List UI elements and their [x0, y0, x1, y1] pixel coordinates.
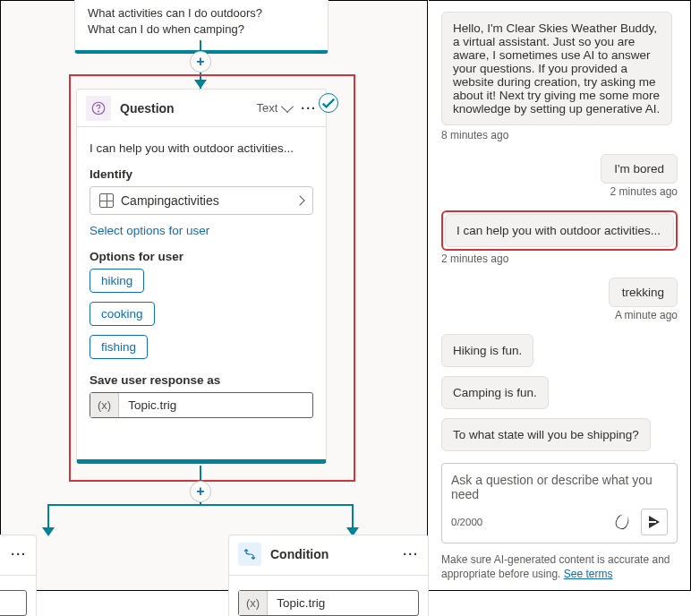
question-node[interactable]: Question Text ··· I can help you with ou… [76, 89, 327, 464]
node-title: tion [0, 547, 2, 561]
select-options-link[interactable]: Select options for user [90, 224, 313, 237]
char-counter: 0/2000 [451, 517, 482, 527]
node-more-menu[interactable]: ··· [403, 547, 419, 561]
attach-icon[interactable] [609, 509, 636, 535]
add-node-button[interactable]: + [190, 51, 211, 73]
condition-node[interactable]: tion ··· (x) rig [0, 535, 37, 616]
node-title: Condition [270, 547, 394, 561]
connector [352, 504, 354, 529]
option-chip[interactable]: hiking [90, 269, 144, 293]
variable-prefix: (x) [90, 393, 119, 417]
timestamp: 2 minutes ago [441, 252, 678, 265]
connector [47, 504, 49, 529]
authoring-canvas[interactable]: What activities can I do outdoors? What … [0, 0, 428, 591]
question-node-highlight: Question Text ··· I can help you with ou… [69, 74, 355, 482]
user-message: I'm bored [601, 154, 678, 184]
ai-disclaimer: Make sure AI-generated content is accura… [441, 552, 678, 581]
see-terms-link[interactable]: See terms [564, 568, 613, 580]
variable-field[interactable]: (x) Topic.trig [238, 590, 419, 616]
identify-picker[interactable]: Campingactivities [90, 186, 313, 215]
variable-field[interactable]: (x) Topic.trig [90, 392, 313, 418]
entity-icon [99, 193, 114, 208]
question-icon [86, 96, 111, 121]
question-message[interactable]: I can help you with outdoor activities..… [90, 141, 313, 155]
node-more-menu[interactable]: ··· [301, 101, 317, 116]
trigger-phrase: What activities can I do outdoors? [88, 5, 315, 21]
timestamp: A minute ago [441, 309, 678, 321]
node-title: Question [120, 101, 247, 116]
condition-node[interactable]: Condition ··· (x) Topic.trig [228, 535, 429, 616]
timestamp: 2 minutes ago [441, 185, 678, 198]
node-more-menu[interactable]: ··· [11, 547, 27, 561]
output-type: Text [256, 101, 277, 115]
trigger-node[interactable]: What activities can I do outdoors? What … [74, 0, 328, 54]
identify-label: Identify [90, 167, 313, 181]
add-node-button[interactable]: + [190, 481, 211, 502]
highlighted-bot-message: I can help you with outdoor activities..… [441, 210, 678, 251]
option-chip[interactable]: cooking [90, 302, 155, 326]
validation-check-icon [319, 93, 338, 113]
test-chat-panel: Hello, I'm Clear Skies Weather Buddy, a … [429, 0, 691, 591]
chat-thread[interactable]: Hello, I'm Clear Skies Weather Buddy, a … [441, 12, 678, 456]
user-message: trekking [609, 278, 678, 307]
options-label: Options for user [90, 250, 313, 263]
option-chip[interactable]: fishing [90, 335, 148, 359]
composer-input[interactable]: Ask a question or describe what you need [451, 473, 668, 503]
bot-message: Hello, I'm Clear Skies Weather Buddy, a … [441, 12, 672, 125]
bot-message: I can help you with outdoor activities..… [445, 214, 674, 247]
variable-field[interactable]: (x) rig [0, 590, 27, 616]
timestamp: 8 minutes ago [441, 129, 678, 141]
svg-point-1 [98, 111, 99, 112]
bot-message: To what state will you be shipping? [441, 418, 651, 451]
variable-name: Topic.trig [119, 393, 312, 417]
chat-composer[interactable]: Ask a question or describe what you need… [441, 463, 678, 543]
connector [47, 504, 354, 506]
identify-value: Campingactivities [121, 193, 219, 208]
save-as-label: Save user response as [90, 373, 313, 387]
send-button[interactable] [641, 509, 668, 535]
chevron-down-icon[interactable] [281, 99, 294, 112]
trigger-phrase: What can I do when camping? [88, 21, 315, 38]
arrow-down-icon [42, 527, 55, 536]
branch-icon [238, 543, 261, 566]
chevron-right-icon [294, 195, 304, 205]
bot-message: Camping is fun. [441, 376, 549, 409]
send-icon [649, 516, 660, 528]
bot-message: Hiking is fun. [441, 334, 533, 367]
